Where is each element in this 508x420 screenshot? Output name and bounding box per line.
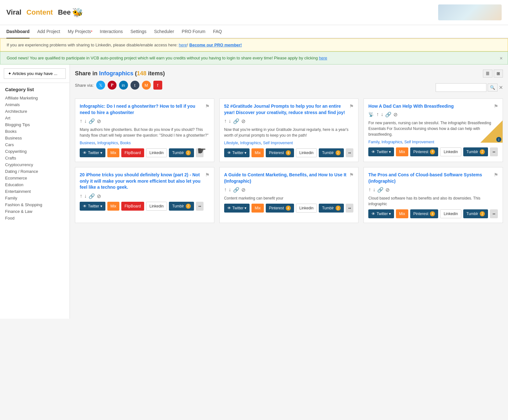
more-button[interactable]: ▪▪ [346, 204, 354, 213]
twitter-button[interactable]: 👁 Twitter ▾ [368, 209, 394, 218]
down-arrow-icon[interactable]: ↓ [84, 118, 87, 124]
list-view-button[interactable]: ☰ [483, 70, 492, 78]
mix-button[interactable]: Mix [107, 148, 120, 157]
nav-scheduler[interactable]: Scheduler [154, 25, 174, 38]
mix-button[interactable]: Mix [251, 204, 264, 213]
category-dating[interactable]: Dating / Romance [5, 169, 38, 174]
tumblr-button[interactable]: Tumblr 2 [463, 147, 488, 156]
tag-books[interactable]: Books [120, 141, 130, 145]
up-arrow-icon[interactable]: ↑ [368, 187, 371, 193]
flag-icon[interactable]: ⚑ [494, 172, 498, 178]
link-icon[interactable]: 🔗 [385, 112, 391, 118]
up-arrow-icon[interactable]: ↑ [224, 118, 227, 124]
link-icon[interactable]: 🔗 [233, 118, 239, 124]
category-cars[interactable]: Cars [5, 142, 14, 147]
category-crafts[interactable]: Crafts [5, 156, 16, 160]
category-ecommerce[interactable]: Ecommerce [5, 176, 27, 180]
down-arrow-icon[interactable]: ↓ [373, 187, 375, 193]
mix-button[interactable]: Mix [396, 147, 408, 156]
tumblr-button[interactable]: Tumblr 2 [169, 148, 194, 157]
category-education[interactable]: Education [5, 182, 23, 187]
card-5-title-link[interactable]: A Guide to Content Marketing, Benefits, … [224, 172, 346, 184]
flag-icon[interactable]: ⚑ [349, 103, 354, 109]
mix-button[interactable]: Mix [251, 148, 264, 157]
linkedin-button[interactable]: Linkedin [146, 148, 167, 157]
tag-self-improvement[interactable]: Self Improvement [263, 141, 293, 145]
category-link[interactable]: Infographics [99, 70, 133, 77]
search-input[interactable] [436, 83, 486, 92]
card-1-title-link[interactable]: Infographic: Do I need a ghostwriter? Ho… [80, 104, 195, 115]
linkedin-share-icon[interactable]: in [119, 81, 128, 90]
up-arrow-icon[interactable]: ↑ [80, 118, 82, 124]
card-4-title-link[interactable]: 20 iPhone tricks you should definitely k… [80, 172, 200, 190]
tumblr-button[interactable]: Tumblr 2 [169, 202, 194, 211]
link-icon[interactable]: 🔗 [89, 193, 95, 199]
tag-infographics[interactable]: Infographics [381, 140, 402, 144]
twitter-button[interactable]: 👁 Twitter ▾ [224, 148, 250, 157]
twitter-button[interactable]: 👁 Twitter ▾ [80, 148, 105, 157]
linkedin-button[interactable]: Linkedin [296, 204, 317, 213]
flipboard-button[interactable]: FlipBoard [121, 148, 144, 157]
twitter-share-icon[interactable]: 𝕏 [96, 81, 105, 90]
card-6-title-link[interactable]: The Pros and Cons of Cloud-based Softwar… [368, 172, 482, 184]
up-arrow-icon[interactable]: ↑ [376, 112, 379, 118]
flipboard-share-icon[interactable]: f [153, 81, 162, 90]
down-arrow-icon[interactable]: ↓ [381, 112, 383, 118]
category-affiliate-marketing[interactable]: Affiliate Marketing [5, 96, 38, 100]
mix-share-icon[interactable]: M [142, 81, 151, 90]
tag-lifestyle[interactable]: Lifestyle [224, 141, 238, 145]
nav-pro-forum[interactable]: PRO Forum [182, 25, 205, 38]
link-icon[interactable]: 🔗 [89, 118, 95, 124]
alert-linkedin-link[interactable]: here [179, 43, 187, 47]
linkedin-button[interactable]: Linkedin [296, 148, 317, 157]
pinterest-button[interactable]: Pinterest 4 [410, 209, 438, 218]
twitter-button[interactable]: 👁 Twitter ▾ [224, 204, 250, 213]
linkedin-button[interactable]: Linkedin [440, 147, 461, 156]
pinterest-share-icon[interactable]: 𝐏 [108, 81, 117, 90]
category-family[interactable]: Family [5, 196, 17, 200]
link-icon[interactable]: 🔗 [377, 187, 384, 193]
tag-business[interactable]: Business [80, 141, 95, 145]
more-button[interactable]: ▪▪ [490, 209, 498, 218]
flag-icon[interactable]: ⚑ [205, 103, 210, 109]
alert-vcb-link[interactable]: here [319, 56, 327, 60]
tumblr-button[interactable]: Tumblr 2 [463, 209, 488, 218]
grid-view-button[interactable]: ⊞ [494, 70, 503, 78]
block-icon[interactable]: ⊘ [241, 187, 245, 193]
category-entertainment[interactable]: Entertainment [5, 189, 31, 194]
pinterest-button[interactable]: Pinterest 4 [410, 147, 438, 156]
nav-dashboard[interactable]: Dashboard [6, 25, 30, 38]
nav-faq[interactable]: FAQ [213, 25, 222, 38]
nav-add-project[interactable]: Add Project [37, 25, 60, 38]
block-icon[interactable]: ⊘ [241, 118, 245, 124]
more-button[interactable]: ▪▪ [196, 202, 204, 211]
more-button[interactable]: ▪▪ [490, 147, 498, 156]
down-arrow-icon[interactable]: ↓ [229, 187, 231, 193]
category-animals[interactable]: Animals [5, 102, 20, 107]
category-business[interactable]: Business [5, 136, 22, 140]
nav-interactions[interactable]: Interactions [100, 25, 123, 38]
category-finance[interactable]: Finance & Law [5, 209, 32, 214]
twitter-button[interactable]: 👁 Twitter ▾ [80, 202, 105, 211]
category-art[interactable]: Art [5, 116, 10, 120]
tumblr-button[interactable]: Tumblr 2 [319, 204, 344, 213]
category-fashion[interactable]: Fashion & Shopping [5, 202, 42, 207]
category-cryptocurrency[interactable]: Cryptocurrency [5, 162, 33, 167]
more-button[interactable]: ▪▪ [346, 148, 354, 157]
tag-self-improvement[interactable]: Self Improvement [404, 140, 434, 144]
linkedin-button[interactable]: Linkedin [440, 209, 461, 218]
block-icon[interactable]: ⊘ [393, 112, 398, 118]
category-architecture[interactable]: Architecture [5, 109, 27, 114]
articles-button[interactable]: ✦ Articles you may have ... [4, 68, 66, 79]
twitter-button[interactable]: 👁 Twitter ▾ [368, 147, 394, 156]
block-icon[interactable]: ⊘ [97, 193, 101, 199]
tag-family[interactable]: Family [368, 140, 379, 144]
search-clear-button[interactable]: ✕ [499, 85, 503, 91]
pro-member-link[interactable]: Become our PRO member! [189, 43, 242, 47]
category-books[interactable]: Books [5, 129, 17, 134]
block-icon[interactable]: ⊘ [385, 187, 390, 193]
flag-icon[interactable]: ⚑ [349, 172, 354, 178]
nav-settings[interactable]: Settings [130, 25, 147, 38]
linkedin-button[interactable]: Linkedin [146, 202, 167, 211]
up-arrow-icon[interactable]: ↑ [80, 193, 82, 199]
